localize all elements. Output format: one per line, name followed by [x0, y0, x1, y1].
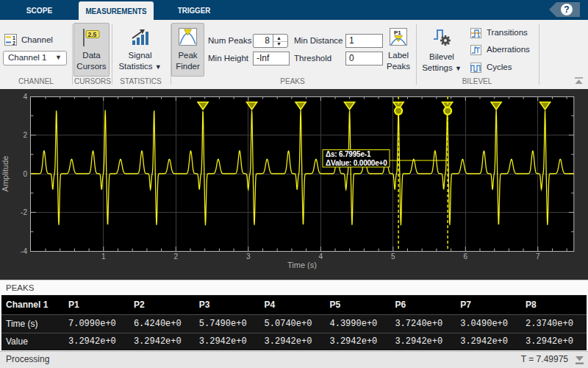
svg-text:7: 7 [536, 252, 540, 261]
svg-text:-2: -2 [21, 208, 27, 216]
svg-text:ΔValue: 0.0000e+0: ΔValue: 0.0000e+0 [326, 159, 387, 167]
svg-text:Δs: 6.7995e-1: Δs: 6.7995e-1 [326, 150, 371, 158]
svg-text:2: 2 [23, 131, 27, 139]
svg-text:P1: P1 [394, 29, 401, 36]
svg-text:4: 4 [319, 252, 323, 261]
svg-text:1: 1 [101, 252, 106, 261]
svg-text:Time (s): Time (s) [287, 261, 317, 269]
svg-text:3: 3 [246, 252, 251, 261]
svg-text:2: 2 [12, 40, 15, 46]
svg-text:0: 0 [23, 170, 27, 178]
svg-text:1: 1 [12, 35, 15, 40]
svg-text:5: 5 [391, 252, 395, 261]
svg-text:2.5: 2.5 [88, 31, 97, 38]
svg-text:Amplitude: Amplitude [1, 156, 10, 192]
svg-text:4: 4 [23, 93, 27, 101]
svg-text:6: 6 [464, 252, 468, 261]
svg-text:-4: -4 [21, 247, 27, 255]
svg-text:2: 2 [174, 252, 179, 261]
